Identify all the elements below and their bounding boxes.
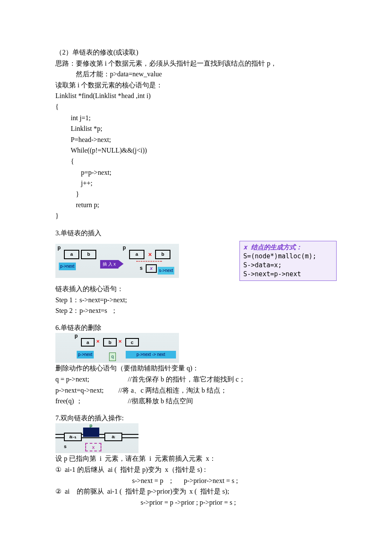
page: （2）单链表的修改(或读取) 思路：要修改第 i 个数据元素，必须从头指针起一直… <box>0 0 392 555</box>
node-gen-box: x 结点的生成方式： S=(node*)malloc(m); S->data=x… <box>239 241 337 281</box>
insert-arrow: 插 入 x <box>100 260 118 269</box>
sidebox-l3: S->next=p->next <box>243 270 333 279</box>
del-x1-icon: × <box>96 337 100 346</box>
del-c: c <box>125 338 139 347</box>
s3-step1: Step 1：s->next=p->next; <box>55 295 337 306</box>
s7-step2: ② ai 的前驱从 ai-1 ( 指针是 p->prior)变为 x ( 指针是… <box>55 486 337 497</box>
code-l1: Linklist *find(Linklist *head ,int i) <box>55 90 337 101</box>
back-block <box>83 428 99 437</box>
s6-l1b: //首先保存 b 的指针，靠它才能找到 c； <box>128 376 245 383</box>
s3-title: 3.单链表的插入 <box>55 228 337 239</box>
s7-code1: s->next = p ; p->prior->next = s ; <box>55 475 337 486</box>
redx-icon: × <box>148 250 152 259</box>
s6-l1: q = p->next;//首先保存 b 的指针，靠它才能找到 c； <box>55 374 337 385</box>
idea-label: 思路： <box>55 60 76 67</box>
code-l12: } <box>55 211 337 222</box>
s7-code2: s->prior = p ->prior ; p->prior = s ; <box>55 497 337 508</box>
s1-idea2: 然后才能：p>data=new_value <box>55 69 337 80</box>
box-a-l: a <box>64 250 79 259</box>
dl-ai: aᵢ <box>104 433 122 441</box>
s3-step2: Step 2：p->next=s ； <box>55 305 337 316</box>
s7-step1: ① ai-1 的后继从 ai ( 指针是 p)变为 x（指针是 s) : <box>55 464 337 475</box>
code-l9: j++; <box>55 178 337 189</box>
p-label-r: p <box>123 244 126 252</box>
dl-ai1: aᵢ₋₁ <box>64 433 82 441</box>
sidebox-l2: S->data=x; <box>243 261 333 270</box>
code-l5: P=head->next; <box>55 134 337 145</box>
sidebox-wrap: x 结点的生成方式： S=(node*)malloc(m); S->data=x… <box>239 241 337 281</box>
dl-s: s <box>64 443 66 451</box>
s6-l2b: //将 a、c 两结点相连，淘汰 b 结点； <box>118 387 227 394</box>
code-l11: return p; <box>55 199 337 211</box>
s6-l2: p->next=q->next;//将 a、c 两结点相连，淘汰 b 结点； <box>55 385 337 396</box>
sidebox-l1: S=(node*)malloc(m); <box>243 252 333 261</box>
insert-row: p a b p->next 插 入 x p a × b s x s->next … <box>55 241 337 281</box>
sidebox-title: x 结点的生成方式： <box>243 243 333 252</box>
del-x2-icon: × <box>118 337 122 346</box>
s1-title: （2）单链表的修改(或读取) <box>55 47 337 58</box>
code-l6: While((p!=NULL)&&(j<i)) <box>55 145 337 156</box>
dash-icon <box>136 261 162 262</box>
s7-assume: 设 p 已指向第 i 元素，请在第 i 元素前插入元素 x： <box>55 453 337 464</box>
s6-title: 6.单链表的删除 <box>55 322 337 333</box>
snext-label: s->next <box>158 267 174 275</box>
del-pnext: p->next <box>77 351 94 358</box>
p-label-l: p <box>58 244 61 252</box>
pnext-l: p->next <box>59 263 76 270</box>
s7-title: 7.双向链表的插入操作: <box>55 413 337 424</box>
del-b: b <box>103 338 117 347</box>
s3-core-label: 链表插入的核心语句： <box>55 283 337 295</box>
s6-l2a: p->next=q->next; <box>55 385 118 396</box>
del-q: q <box>109 353 116 361</box>
s-label: s <box>140 264 143 272</box>
code-l10: } <box>55 189 337 200</box>
s1-idea: 思路：要修改第 i 个数据元素，必须从头指针起一直找到该结点的指针 p， <box>55 58 337 69</box>
code-l2: { <box>55 101 337 113</box>
box-b-l: b <box>81 250 96 259</box>
s6-core-label: 删除动作的核心语句（要借助辅助指针变量 q)： <box>55 363 337 374</box>
s1-read-intro: 读取第 i 个数据元素的核心语句是： <box>55 80 337 91</box>
delete-diagram: p a × b × c p->next q p->next -> next <box>55 333 179 363</box>
code-l3: int j=1; <box>55 113 337 124</box>
s6-l3b: //彻底释放 b 结点空间 <box>128 397 193 405</box>
dl-x: x <box>85 443 101 451</box>
box-b-r: b <box>155 250 170 259</box>
box-x: x <box>146 264 157 273</box>
insert-diagram: p a b p->next 插 入 x p a × b s x s->next <box>55 244 179 278</box>
del-a: a <box>81 338 95 347</box>
code-l7: { <box>55 156 337 167</box>
dlist-diagram: p aᵢ₋₁ aᵢ s x <box>55 423 138 453</box>
code-l4: Linklist *p; <box>55 123 337 134</box>
s6-l1a: q = p->next; <box>55 374 128 385</box>
s6-l3: free(q) ；//彻底释放 b 结点空间 <box>55 396 337 407</box>
idea-text: 要修改第 i 个数据元素，必须从头指针起一直找到该结点的指针 p， <box>76 60 277 67</box>
box-a-r: a <box>129 250 144 259</box>
s6-l3a: free(q) ； <box>55 396 128 407</box>
code-l8: p=p->next; <box>55 167 337 178</box>
del-p: p <box>75 332 78 340</box>
del-pnn: p->next -> next <box>126 351 176 358</box>
